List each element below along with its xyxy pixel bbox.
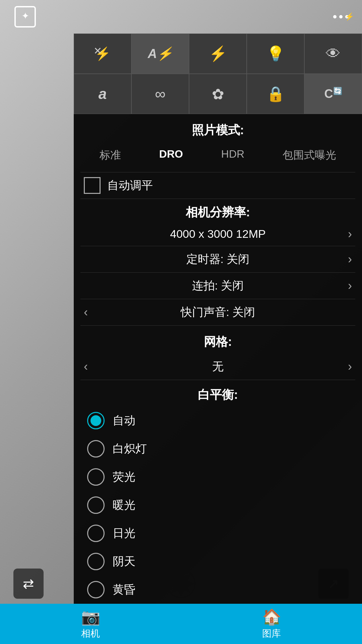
mode-standard[interactable]: 标准 (94, 145, 126, 165)
flash-auto-icon: A⚡ (148, 46, 173, 61)
grid-title: 网格: (74, 326, 362, 354)
wb-auto-radio-inner (90, 415, 101, 426)
svg-text:✦: ✦ (21, 11, 29, 21)
co-mode-button[interactable]: C🔄 (304, 74, 362, 114)
infinity-icon: ∞ (155, 86, 165, 102)
burst-arrow-icon: › (348, 279, 352, 293)
mode-dro[interactable]: DRO (154, 145, 188, 165)
flip-camera-button[interactable]: ⇄ (13, 569, 44, 599)
flash-off-icon: ⚡✕ (95, 46, 111, 61)
burst-value: 连拍: 关闭 (84, 278, 352, 293)
lock-icon: 🔒 (266, 85, 285, 103)
camera-nav-label: 相机 (81, 627, 100, 640)
wb-auto-radio[interactable] (87, 412, 105, 429)
wb-daylight-label: 日光 (113, 526, 135, 541)
resolution-title: 相机分辨率: (74, 199, 362, 222)
wb-cloudy-label: 阴天 (113, 554, 135, 569)
wb-daylight-row[interactable]: 日光 (74, 519, 362, 547)
wb-incandescent-label: 白炽灯 (113, 441, 147, 457)
more-options-button[interactable]: ⚡ (333, 15, 349, 18)
gallery-nav-label: 图库 (262, 627, 281, 640)
wb-cloudy-row[interactable]: 阴天 (74, 547, 362, 576)
shutter-sound-value: 快门声音: 关闭 (84, 305, 352, 320)
lightning-badge-icon: ⚡ (345, 12, 354, 21)
resolution-row[interactable]: 4000 x 3000 12MP › (74, 222, 362, 246)
wb-dusk-label: 黄昏 (113, 582, 135, 597)
auto-level-label: 自动调平 (107, 178, 153, 193)
wb-daylight-radio[interactable] (87, 525, 105, 542)
eye-mode-button[interactable]: 👁 (304, 34, 362, 74)
wb-fluorescent-row[interactable]: 荧光 (74, 463, 362, 491)
wb-auto-label: 自动 (113, 413, 135, 428)
grid-row[interactable]: ‹ 无 › (74, 354, 362, 380)
wb-fluorescent-radio[interactable] (87, 468, 105, 486)
grid-value: 无 (84, 359, 352, 374)
wb-cloudy-radio[interactable] (87, 553, 105, 570)
co-cam-icon: C🔄 (324, 87, 342, 101)
wb-dusk-radio[interactable] (87, 581, 105, 598)
lock-focus-button[interactable]: 🔒 (247, 74, 304, 114)
flash-options-row: ⚡✕ A⚡ ⚡ 💡 👁 (74, 34, 362, 74)
grid-left-arrow-icon[interactable]: ‹ (84, 360, 88, 374)
wb-warm-label: 暖光 (113, 497, 135, 513)
top-bar: ✦ ⚡ (0, 0, 362, 34)
eye-icon: 👁 (326, 45, 341, 62)
nav-gallery[interactable]: 🏠 图库 (181, 604, 362, 644)
resolution-value: 4000 x 3000 12MP (84, 227, 352, 240)
infinity-focus-button[interactable]: ∞ (131, 74, 189, 114)
wb-warm-radio[interactable] (87, 496, 105, 514)
bottom-navigation: 📷 相机 🏠 图库 (0, 604, 362, 644)
flash-on-button[interactable]: ⚡ (189, 34, 247, 74)
mode-a-button[interactable]: a (74, 74, 131, 114)
nav-camera[interactable]: 📷 相机 (0, 604, 181, 644)
burst-row[interactable]: 连拍: 关闭 › (74, 273, 362, 299)
gallery-nav-icon: 🏠 (262, 608, 281, 626)
flash-auto-button[interactable]: A⚡ (131, 34, 189, 74)
wb-auto-row[interactable]: 自动 (74, 407, 362, 435)
macro-icon: ✿ (212, 86, 224, 103)
wb-fluorescent-label: 荧光 (113, 469, 135, 485)
wb-warm-row[interactable]: 暖光 (74, 491, 362, 519)
flash-off-button[interactable]: ⚡✕ (74, 34, 131, 74)
mode-hdr[interactable]: HDR (216, 145, 250, 165)
flash-on-icon: ⚡ (209, 45, 227, 62)
mode-bracket[interactable]: 包围式曝光 (277, 145, 342, 165)
focus-options-row: a ∞ ✿ 🔒 C🔄 (74, 74, 362, 114)
wb-dusk-row[interactable]: 黄昏 (74, 576, 362, 604)
enhance-photo-button[interactable]: ✦ (13, 5, 37, 29)
flip-icon: ⇄ (23, 576, 34, 591)
shutter-sound-row[interactable]: ‹ 快门声音: 关闭 (74, 299, 362, 325)
camera-nav-icon: 📷 (81, 608, 100, 626)
light-mode-button[interactable]: 💡 (247, 34, 304, 74)
shutter-left-arrow-icon[interactable]: ‹ (84, 305, 88, 319)
white-balance-title: 白平衡: (74, 380, 362, 407)
wb-incandescent-radio[interactable] (87, 440, 105, 458)
macro-focus-button[interactable]: ✿ (189, 74, 247, 114)
grid-right-arrow-icon[interactable]: › (348, 360, 352, 374)
timer-row[interactable]: 定时器: 关闭 › (74, 246, 362, 272)
settings-panel: ⚡✕ A⚡ ⚡ 💡 👁 a ∞ ✿ 🔒 C🔄 (74, 34, 362, 604)
timer-arrow-icon: › (348, 252, 352, 266)
letter-a-icon: a (99, 86, 107, 102)
wb-incandescent-row[interactable]: 白炽灯 (74, 435, 362, 463)
auto-level-row[interactable]: 自动调平 (74, 172, 362, 199)
resolution-arrow-icon: › (348, 227, 352, 241)
auto-level-checkbox[interactable] (84, 177, 101, 194)
timer-value: 定时器: 关闭 (84, 252, 352, 267)
bulb-icon: 💡 (266, 45, 285, 62)
photo-mode-title: 照片模式: (74, 114, 362, 142)
photo-mode-options: 标准 DRO HDR 包围式曝光 (74, 142, 362, 172)
